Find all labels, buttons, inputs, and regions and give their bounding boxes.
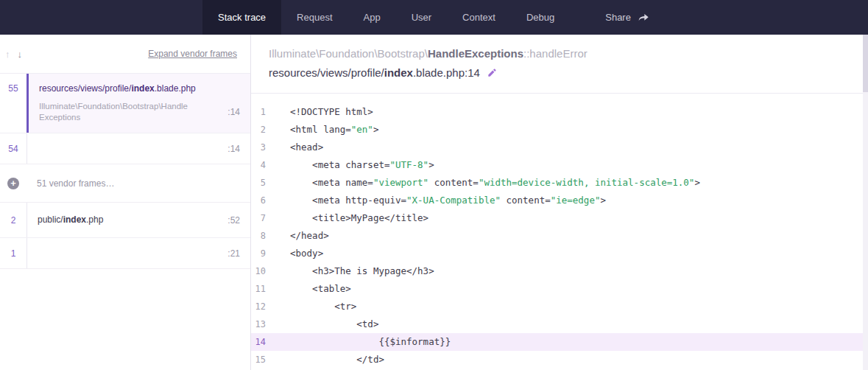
tab-request[interactable]: Request [281, 0, 347, 35]
stack-frame-2[interactable]: 2 public/index.php :52 [0, 203, 250, 238]
line-number: 5 [251, 174, 266, 192]
vendor-frames-toggle[interactable]: + 51 vendor frames… [0, 164, 250, 203]
vendor-frames-label: 51 vendor frames… [27, 178, 114, 189]
line-source: <td> [266, 315, 378, 333]
code-line: 5 <meta name="viewport" content="width=d… [251, 174, 868, 192]
frame-up-arrow-icon[interactable]: ↑ [3, 47, 13, 61]
line-source: </td> [266, 351, 384, 369]
code-line: 3<head> [251, 139, 868, 156]
code-line: 12 <tr> [251, 298, 868, 315]
file-path-suffix: .blade.php [155, 83, 196, 94]
method-name: ::handleError [523, 47, 588, 60]
file-path-suffix: .php [86, 214, 103, 225]
line-source: </head> [266, 227, 329, 245]
method-namespace: Illuminate\Foundation\Bootstrap\ [269, 47, 428, 60]
vendor-icon-col: + [0, 178, 27, 189]
edit-in-editor-pencil-icon[interactable] [487, 68, 497, 78]
code-line: 6 <meta http-equiv="X-UA-Compatible" con… [251, 192, 868, 209]
file-heading-prefix: resources/views/profile/ [269, 66, 384, 79]
line-number: 7 [251, 209, 266, 227]
code-line: 4 <meta charset="UTF-8"> [251, 156, 868, 174]
tab-debug[interactable]: Debug [511, 0, 570, 35]
code-line: 10 <h3>The is Mypage</h3> [251, 262, 868, 280]
line-source: <tr> [266, 298, 356, 315]
code-line: 9<body> [251, 245, 868, 262]
line-number: 2 [251, 121, 266, 139]
line-number: 12 [251, 298, 266, 315]
frame-file-path: resources/views/profile/index.blade.php [39, 83, 240, 94]
line-number: 1 [251, 103, 266, 121]
line-source: <meta http-equiv="X-UA-Compatible" conte… [266, 192, 606, 209]
share-button[interactable]: Share [589, 0, 666, 35]
frame-header: Illuminate\Foundation\Bootstrap\HandleEx… [251, 35, 868, 93]
line-source: <meta name="viewport" content="width=dev… [266, 174, 700, 192]
frame-method-signature: Illuminate\Foundation\Bootstrap\HandleEx… [269, 47, 850, 60]
frame-number: 55 [0, 74, 27, 133]
stack-frame-1[interactable]: 1 :21 [0, 238, 250, 269]
stack-frame-55[interactable]: 55 resources/views/profile/index.blade.p… [0, 74, 250, 133]
line-number: 10 [251, 262, 266, 280]
line-number: 15 [251, 351, 266, 369]
line-number: 3 [251, 139, 266, 156]
share-icon [638, 12, 649, 24]
frame-details: public/index.php :52 [27, 203, 250, 237]
file-heading-text: resources/views/profile/index.blade.php:… [269, 66, 480, 80]
frame-line-number: :14 [227, 107, 240, 117]
share-button-label: Share [605, 12, 631, 23]
code-line: 15 </td> [251, 351, 868, 369]
tab-app[interactable]: App [348, 0, 396, 35]
frame-class-row: Illuminate\Foundation\Bootstrap\HandleEx… [39, 101, 240, 123]
line-source: <html lang="en"> [266, 121, 378, 139]
line-number: 4 [251, 156, 266, 174]
code-line: 7 <title>MyPage</title> [251, 209, 868, 227]
line-source: {{$informat}} [266, 333, 451, 351]
frame-navigation: ↑ ↓ [3, 47, 24, 61]
code-line: 1<!DOCTYPE html> [251, 103, 868, 121]
vertical-scrollbar[interactable] [863, 35, 868, 370]
expand-vendor-frames-link[interactable]: Expand vendor frames [148, 49, 237, 59]
code-line: 8</head> [251, 227, 868, 245]
file-path-prefix: public/ [38, 214, 63, 225]
ignition-error-page: Stack trace Request App User Context Deb… [0, 0, 868, 370]
file-path-prefix: resources/views/profile/ [39, 83, 131, 94]
line-source: <!DOCTYPE html> [266, 103, 373, 121]
expand-plus-icon[interactable]: + [7, 178, 19, 189]
code-line: 11 <table> [251, 280, 868, 298]
line-number: 14 [251, 333, 266, 351]
frame-number: 54 [0, 133, 27, 164]
line-number: 8 [251, 227, 266, 245]
frame-down-arrow-icon[interactable]: ↓ [15, 47, 25, 61]
frame-number: 2 [0, 203, 27, 237]
line-source: <title>MyPage</title> [266, 209, 428, 227]
line-number: 11 [251, 280, 266, 298]
top-nav-bar: Stack trace Request App User Context Deb… [0, 0, 868, 35]
code-line-highlighted: 14 {{$informat}} [251, 333, 868, 351]
tab-context[interactable]: Context [447, 0, 511, 35]
line-number: 13 [251, 315, 266, 333]
code-viewer: 1<!DOCTYPE html>2<html lang="en">3<head>… [251, 93, 868, 369]
stack-frame-54[interactable]: 54 :14 [0, 133, 250, 164]
line-number: 9 [251, 245, 266, 262]
stack-frames-sidebar: ↑ ↓ Expand vendor frames 55 resources/vi… [0, 35, 251, 370]
tab-user[interactable]: User [396, 0, 447, 35]
file-path-name: index [63, 214, 86, 225]
tab-bar: Stack trace Request App User Context Deb… [202, 0, 570, 35]
code-line: 13 <td> [251, 315, 868, 333]
tab-stack-trace[interactable]: Stack trace [202, 0, 281, 35]
frame-details: :21 [27, 238, 250, 268]
code-line: 2<html lang="en"> [251, 121, 868, 139]
line-number: 6 [251, 192, 266, 209]
frame-line-number: :14 [227, 144, 240, 154]
content-area: ↑ ↓ Expand vendor frames 55 resources/vi… [0, 35, 868, 370]
sidebar-empty-space [0, 269, 250, 370]
file-heading-suffix: .blade.php:14 [413, 66, 480, 79]
line-source: <body> [266, 245, 323, 262]
scrollbar-thumb[interactable] [863, 35, 868, 92]
file-heading-name: index [384, 66, 413, 79]
code-lines: 1<!DOCTYPE html>2<html lang="en">3<head>… [251, 103, 868, 369]
frame-details: :14 [27, 133, 250, 164]
line-source: <meta charset="UTF-8"> [266, 156, 434, 174]
method-class: HandleExceptions [428, 47, 523, 60]
frame-line-number: :21 [227, 248, 240, 259]
frame-file-heading: resources/views/profile/index.blade.php:… [269, 66, 850, 80]
